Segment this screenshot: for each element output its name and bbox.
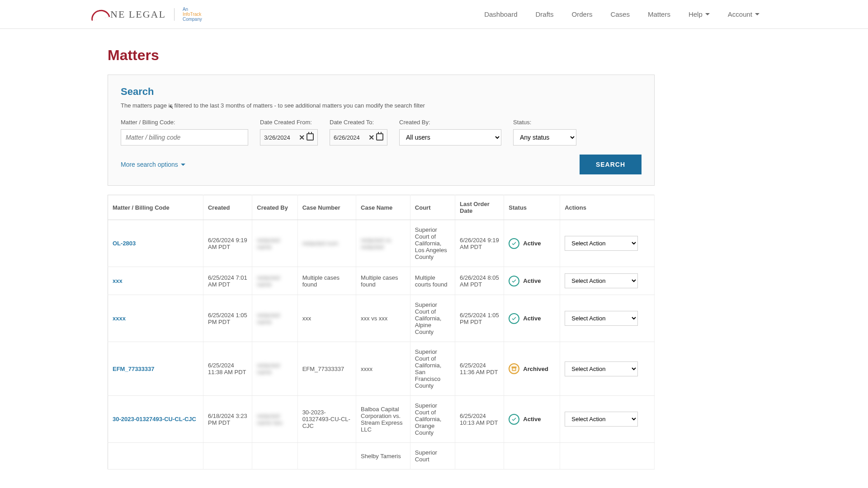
action-select[interactable]: Select Action: [565, 311, 638, 326]
cell-court: Superior Court of California, San Franci…: [410, 342, 455, 396]
check-circle-icon: [509, 313, 519, 324]
status-label: Active: [523, 315, 541, 322]
date-to-group: Date Created To: 6/26/2024 ✕: [330, 119, 387, 145]
calendar-icon[interactable]: [376, 133, 383, 142]
cell-case-name: xxxx: [356, 342, 410, 396]
date-to-label: Date Created To:: [330, 119, 387, 126]
cell-last-order: [455, 443, 504, 469]
cell-last-order: 6/26/2024 9:19 AM PDT: [455, 220, 504, 267]
th-court[interactable]: Court: [410, 195, 455, 220]
check-circle-icon: [509, 276, 519, 286]
cursor-icon: ↖: [169, 104, 174, 110]
cell-court: Multiple courts found: [410, 267, 455, 295]
action-select[interactable]: Select Action: [565, 273, 638, 288]
cell-actions: [560, 443, 655, 469]
date-from-group: Date Created From: 3/26/2024 ✕: [260, 119, 318, 145]
matter-link[interactable]: xxxx: [113, 315, 126, 322]
search-title: Search: [121, 86, 642, 98]
cell-actions: Select Action: [560, 396, 655, 443]
action-select[interactable]: Select Action: [565, 361, 638, 376]
created-by-select[interactable]: All users: [399, 129, 501, 145]
cell-created-by: redacted name: [252, 267, 297, 295]
action-select[interactable]: Select Action: [565, 236, 638, 251]
cell-status: Active: [504, 267, 560, 295]
cell-case-number: 30-2023-01327493-CU-CL-CJC: [297, 396, 356, 443]
cell-case-number: Multiple cases found: [297, 267, 356, 295]
cell-created-by: redacted name: [252, 220, 297, 267]
table-row: EFM_773333376/25/2024 11:38 AM PDTredact…: [108, 342, 655, 396]
matter-link[interactable]: EFM_77333337: [113, 366, 155, 372]
cell-case-name: Balboa Capital Corporation vs. Stream Ex…: [356, 396, 410, 443]
th-case-name[interactable]: Case Name: [356, 195, 410, 220]
table-header-row: Matter / Billing Code Created Created By…: [108, 195, 655, 220]
table-row: xxx6/25/2024 7:01 AM PDTredacted nameMul…: [108, 267, 655, 295]
cell-created: 6/26/2024 9:19 AM PDT: [203, 220, 252, 267]
nav-account-label: Account: [728, 10, 752, 18]
chevron-down-icon: [181, 164, 185, 166]
th-actions[interactable]: Actions: [560, 195, 655, 220]
cell-case-name: Shelby Tameris: [356, 443, 410, 469]
cell-created-by: redacted name: [252, 295, 297, 342]
created-by-group: Created By: All users: [399, 119, 501, 145]
table-row: Shelby TamerisSuperior Court: [108, 443, 655, 469]
nav-matters[interactable]: Matters: [648, 10, 670, 18]
th-last-order[interactable]: Last Order Date: [455, 195, 504, 220]
status-label: Status:: [513, 119, 576, 126]
page-title: Matters: [108, 47, 655, 64]
matter-link[interactable]: xxx: [113, 277, 123, 284]
clear-icon[interactable]: ✕: [299, 133, 305, 142]
th-case-number[interactable]: Case Number: [297, 195, 356, 220]
cell-case-number: xxx: [297, 295, 356, 342]
cell-status: Archived: [504, 342, 560, 396]
action-select[interactable]: Select Action: [565, 412, 638, 427]
cell-created: [203, 443, 252, 469]
archived-icon: [509, 363, 519, 374]
th-created-by[interactable]: Created By: [252, 195, 297, 220]
nav-help[interactable]: Help: [689, 10, 710, 18]
calendar-icon[interactable]: [307, 133, 314, 142]
status-group: Status: Any status: [513, 119, 576, 145]
logo-swoosh-icon: [90, 10, 106, 19]
clear-icon[interactable]: ✕: [368, 133, 374, 142]
cell-last-order: 6/25/2024 1:05 PM PDT: [455, 295, 504, 342]
status-label: Archived: [523, 366, 548, 372]
nav-cases[interactable]: Cases: [610, 10, 630, 18]
status-label: Active: [523, 240, 541, 247]
cell-created: 6/25/2024 1:05 PM PDT: [203, 295, 252, 342]
check-circle-icon: [509, 238, 519, 249]
check-circle-icon: [509, 414, 519, 425]
search-button[interactable]: SEARCH: [580, 155, 642, 174]
matter-code-input[interactable]: [121, 129, 248, 145]
cell-status: Active: [504, 396, 560, 443]
cell-created: 6/25/2024 7:01 AM PDT: [203, 267, 252, 295]
date-to-input[interactable]: 6/26/2024 ✕: [330, 129, 387, 145]
nav-orders[interactable]: Orders: [572, 10, 593, 18]
th-created[interactable]: Created: [203, 195, 252, 220]
date-from-input[interactable]: 3/26/2024 ✕: [260, 129, 318, 145]
cell-court: Superior Court of California, Orange Cou…: [410, 396, 455, 443]
th-status[interactable]: Status: [504, 195, 560, 220]
main-container: Matters Search The matters page is filte…: [99, 29, 664, 479]
top-header: NE LEGAL An InfoTrack Company Dashboard …: [0, 0, 868, 29]
th-matter[interactable]: Matter / Billing Code: [108, 195, 203, 220]
cell-court: Superior Court of California, Alpine Cou…: [410, 295, 455, 342]
status-select[interactable]: Any status: [513, 129, 576, 145]
more-search-options[interactable]: More search options: [121, 161, 185, 168]
nav-drafts[interactable]: Drafts: [536, 10, 554, 18]
nav-dashboard[interactable]: Dashboard: [484, 10, 517, 18]
cell-case-name: redacted vs redacted: [356, 220, 410, 267]
matter-code-group: Matter / Billing Code:: [121, 119, 248, 145]
logo-divider: [174, 8, 175, 21]
cell-case-number: redacted num: [297, 220, 356, 267]
cell-last-order: 6/25/2024 11:36 AM PDT: [455, 342, 504, 396]
matter-link[interactable]: OL-2803: [113, 240, 136, 247]
matter-code-label: Matter / Billing Code:: [121, 119, 248, 126]
matter-link[interactable]: 30-2023-01327493-CU-CL-CJC: [113, 416, 196, 422]
status-label: Active: [523, 416, 541, 422]
nav-account[interactable]: Account: [728, 10, 760, 18]
search-panel: Search The matters page is filtered to t…: [108, 75, 655, 186]
status-label: Active: [523, 277, 541, 284]
cell-case-number: [297, 443, 356, 469]
logo-infotrack: An InfoTrack Company: [183, 7, 202, 22]
table-row: 30-2023-01327493-CU-CL-CJC6/18/2024 3:23…: [108, 396, 655, 443]
